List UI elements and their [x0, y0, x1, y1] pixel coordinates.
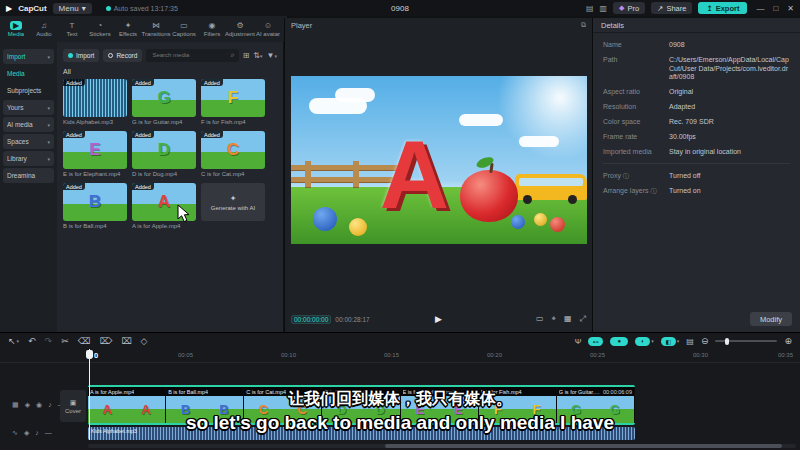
track-height-toggle[interactable]: ◧ — [661, 337, 676, 346]
media-item-g-guitar[interactable]: AddedG G is for Guitar.mp4 — [132, 79, 196, 125]
ruler-label: 00:05 — [178, 352, 193, 358]
preview-axis-toggle[interactable]: ◐ — [635, 337, 650, 346]
media-icon: ▶ — [10, 21, 22, 30]
filmstrip-icon[interactable]: ▤ — [686, 337, 694, 346]
player-title: Player — [291, 21, 312, 30]
detail-row-aspect-ratio: Aspect ratioOriginal — [603, 88, 790, 97]
chevron-down-icon: ▾ — [47, 105, 50, 111]
delete-right-icon[interactable]: ⌦ — [99, 336, 112, 346]
redo-icon[interactable]: ↷ — [45, 336, 53, 346]
media-item-e-elephant[interactable]: AddedE E is for Elephant.mp4 — [63, 131, 127, 177]
timeline-ruler[interactable]: 00:05 00:10 00:15 00:20 00:25 00:30 00:3… — [0, 349, 800, 363]
chevron-down-icon: ▾ — [677, 338, 680, 344]
split-icon[interactable]: ✂ — [61, 336, 69, 346]
generate-with-ai-tile[interactable]: ✦Generate with AI — [201, 183, 265, 229]
chevron-down-icon: ▾ — [82, 4, 86, 13]
tab-effects[interactable]: ✦Effects — [114, 21, 142, 37]
slider-handle[interactable] — [725, 338, 729, 345]
tab-ai-avatar[interactable]: ☺AI avatar — [254, 21, 282, 37]
media-item-b-ball[interactable]: AddedB B is for Ball.mp4 — [63, 183, 127, 229]
media-item-kids-alphabet[interactable]: Added Kids Alphabet.mp3 — [63, 79, 127, 125]
filter-icon[interactable]: ▼▾ — [267, 51, 277, 60]
tab-audio[interactable]: ♫Audio — [30, 21, 58, 37]
thumb-letter: D — [158, 140, 170, 160]
sidebar-item-ai-media[interactable]: AI media▾ — [3, 117, 54, 132]
detail-value: Turned on — [669, 187, 701, 196]
chevron-down-icon: ▾ — [47, 139, 50, 145]
frame-detect-icon[interactable]: ⌖ — [552, 314, 557, 324]
detail-row-path: PathC:/Users/Emerson/AppData/Local/CapCu… — [603, 56, 790, 82]
sidebar-item-import[interactable]: Import▾ — [3, 49, 54, 64]
maximize-button[interactable]: □ — [773, 4, 778, 13]
zoom-in-icon[interactable]: ⊕ — [784, 336, 792, 346]
timeline-toolbar: ↖▾ ↶ ↷ ✂ ⌫ ⌦ ⌧ ◇ Ψ ⊷ ● ◐▾ ◧▾ ▤ ⊖ ⊕ — [0, 333, 800, 349]
tab-transitions[interactable]: ⋈Transitions — [142, 21, 170, 37]
zoom-out-icon[interactable]: ⊖ — [701, 336, 709, 346]
detail-row-resolution: ResolutionAdapted — [603, 103, 790, 112]
tab-text[interactable]: TText — [58, 21, 86, 37]
delete-left-icon[interactable]: ⌫ — [78, 336, 91, 346]
media-item-name: G is for Guitar.mp4 — [132, 119, 196, 125]
resolution-icon[interactable]: ▦ — [564, 314, 572, 324]
tab-stickers[interactable]: ◔Stickers — [86, 21, 114, 37]
record-button[interactable]: Record — [103, 49, 142, 62]
tab-label: AI avatar — [256, 31, 280, 37]
close-button[interactable]: ✕ — [787, 4, 794, 13]
sidebar-item-spaces[interactable]: Spaces▾ — [3, 134, 54, 149]
voiceover-mic-icon[interactable]: Ψ — [575, 337, 582, 346]
pro-button[interactable]: ◆ Pro — [613, 2, 645, 14]
detail-value: Original — [669, 88, 693, 97]
menu-button[interactable]: Menu ▾ — [53, 3, 92, 14]
media-item-c-cat[interactable]: AddedC C is for Cat.mp4 — [201, 131, 265, 177]
captions-icon: ▭ — [180, 21, 188, 30]
modify-button[interactable]: Modify — [750, 312, 792, 326]
media-item-d-dog[interactable]: AddedD D is for Dog.mp4 — [132, 131, 196, 177]
media-item-name: B is for Ball.mp4 — [63, 223, 127, 229]
panel-layout-icon[interactable]: ▥ — [599, 4, 607, 13]
search-box[interactable]: ⌕ — [146, 49, 238, 62]
tab-adjustment[interactable]: ⚙Adjustment — [226, 21, 254, 37]
sidebar-item-label: Dreamina — [7, 172, 35, 179]
horizontal-scrollbar[interactable] — [88, 444, 796, 448]
media-grid: Added Kids Alphabet.mp3 AddedG G is for … — [63, 79, 277, 229]
sidebar-item-dreamina[interactable]: Dreamina — [3, 168, 54, 183]
timeline-zoom-slider[interactable] — [715, 340, 777, 342]
pro-diamond-icon: ◆ — [619, 4, 624, 12]
playhead-handle[interactable] — [86, 350, 93, 359]
sidebar-item-subprojects[interactable]: Subprojects — [3, 83, 54, 98]
grid-view-icon[interactable]: ⊞ — [243, 51, 250, 60]
cloud — [459, 114, 503, 126]
ratio-icon[interactable]: ▭ — [536, 314, 544, 324]
chevron-down-icon: ▾ — [47, 122, 50, 128]
chevron-down-icon: ▾ — [47, 54, 50, 60]
minimize-button[interactable]: — — [756, 4, 764, 13]
undo-icon[interactable]: ↶ — [28, 336, 36, 346]
select-tool-icon[interactable]: ↖▾ — [8, 336, 19, 346]
layout-toggle-icon[interactable]: ▤ — [586, 4, 594, 13]
share-label: Share — [666, 4, 686, 13]
tab-media[interactable]: ▶Media — [2, 21, 30, 37]
search-input[interactable] — [150, 51, 228, 59]
tab-label: Effects — [119, 31, 137, 37]
magnet-snap-toggle[interactable]: ⊷ — [588, 337, 603, 346]
transitions-icon: ⋈ — [152, 21, 160, 30]
import-button[interactable]: Import — [63, 49, 99, 62]
sidebar-item-library[interactable]: Library▾ — [3, 151, 54, 166]
sidebar-item-yours[interactable]: Yours▾ — [3, 100, 54, 115]
thumb-letter: E — [89, 140, 100, 160]
fullscreen-icon[interactable]: ⤢ — [580, 314, 586, 324]
link-toggle[interactable]: ● — [610, 337, 628, 346]
video-preview[interactable]: A — [291, 76, 587, 244]
media-item-f-fish[interactable]: AddedF F is for Fish.mp4 — [201, 79, 265, 125]
share-button[interactable]: ↗ Share — [651, 2, 692, 14]
tab-captions[interactable]: ▭Captions — [170, 21, 198, 37]
export-button[interactable]: ↥ Export — [698, 2, 747, 14]
detach-player-icon[interactable]: ⧉ — [581, 21, 586, 29]
tab-filters[interactable]: ◉Filters — [198, 21, 226, 37]
sort-icon[interactable]: ⇅▾ — [253, 51, 262, 60]
keyframe-icon[interactable]: ◇ — [141, 336, 148, 346]
scrollbar-thumb[interactable] — [385, 444, 781, 448]
chevron-down-icon: ▾ — [651, 338, 654, 344]
sidebar-item-media[interactable]: Media — [3, 66, 54, 81]
delete-icon[interactable]: ⌧ — [121, 336, 131, 346]
